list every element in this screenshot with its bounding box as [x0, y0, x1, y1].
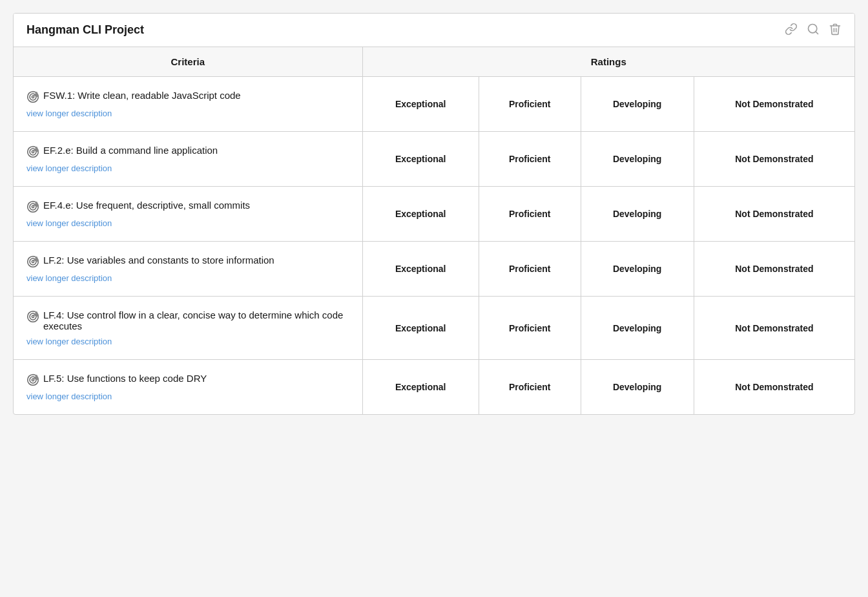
rating-label: Not Demonstrated [735, 264, 813, 274]
view-description-link[interactable]: view longer description [26, 273, 112, 283]
rating-cell[interactable]: Developing [581, 187, 694, 242]
rating-label: Exceptional [395, 154, 446, 164]
rating-cell[interactable]: Not Demonstrated [694, 132, 854, 187]
header-icons [785, 23, 842, 37]
rubric-header: Hangman CLI Project [14, 14, 854, 47]
rating-cell[interactable]: Not Demonstrated [694, 360, 854, 415]
rating-cell[interactable]: Exceptional [362, 242, 479, 297]
rating-cell[interactable]: Exceptional [362, 132, 479, 187]
svg-point-19 [32, 379, 34, 381]
rating-label: Proficient [509, 323, 551, 333]
rating-cell[interactable]: Developing [581, 360, 694, 415]
rating-label: Developing [613, 99, 661, 109]
rating-label: Not Demonstrated [735, 154, 813, 164]
rating-label: Proficient [509, 264, 551, 274]
rating-label: Proficient [509, 209, 551, 219]
svg-line-1 [816, 32, 818, 34]
table-row: EF.2.e: Build a command line application… [14, 132, 854, 187]
criteria-text: LF.4: Use control flow in a clear, conci… [43, 309, 349, 331]
rating-label: Exceptional [395, 382, 446, 392]
criteria-icon [26, 310, 39, 323]
criteria-text: EF.4.e: Use frequent, descriptive, small… [43, 200, 250, 211]
criteria-text: EF.2.e: Build a command line application [43, 145, 218, 156]
rating-cell[interactable]: Proficient [479, 297, 581, 360]
view-description-link[interactable]: view longer description [26, 218, 112, 228]
view-description-link[interactable]: view longer description [26, 337, 112, 346]
table-row: LF.4: Use control flow in a clear, conci… [14, 297, 854, 360]
table-row: FSW.1: Write clean, readable JavaScript … [14, 77, 854, 132]
criteria-cell: LF.2: Use variables and constants to sto… [14, 242, 362, 297]
svg-point-4 [32, 96, 34, 98]
rating-label: Exceptional [395, 99, 446, 109]
criteria-cell: LF.5: Use functions to keep code DRYview… [14, 360, 362, 415]
rating-label: Exceptional [395, 209, 446, 219]
table-row: EF.4.e: Use frequent, descriptive, small… [14, 187, 854, 242]
link-icon[interactable] [785, 23, 798, 37]
rating-cell[interactable]: Exceptional [362, 297, 479, 360]
rubric-table: Criteria Ratings FSW.1: Write clean, rea… [14, 47, 854, 414]
rating-cell[interactable]: Developing [581, 297, 694, 360]
rating-cell[interactable]: Not Demonstrated [694, 187, 854, 242]
criteria-text: LF.5: Use functions to keep code DRY [43, 373, 207, 384]
criteria-icon [26, 200, 39, 213]
rating-cell[interactable]: Developing [581, 132, 694, 187]
rating-cell[interactable]: Exceptional [362, 187, 479, 242]
criteria-cell: EF.2.e: Build a command line application… [14, 132, 362, 187]
svg-point-10 [32, 205, 34, 207]
table-row: LF.2: Use variables and constants to sto… [14, 242, 854, 297]
rating-label: Not Demonstrated [735, 209, 813, 219]
rating-cell[interactable]: Not Demonstrated [694, 77, 854, 132]
svg-point-13 [32, 260, 34, 262]
rating-cell[interactable]: Proficient [479, 242, 581, 297]
rating-label: Exceptional [395, 264, 446, 274]
rubric-title: Hangman CLI Project [26, 23, 144, 37]
svg-point-16 [32, 315, 34, 317]
criteria-icon [26, 255, 39, 268]
trash-icon[interactable] [829, 23, 842, 37]
search-icon[interactable] [807, 23, 820, 37]
rating-cell[interactable]: Proficient [479, 132, 581, 187]
criteria-cell: LF.4: Use control flow in a clear, conci… [14, 297, 362, 360]
rating-label: Not Demonstrated [735, 323, 813, 333]
rating-cell[interactable]: Developing [581, 77, 694, 132]
rating-cell[interactable]: Developing [581, 242, 694, 297]
rating-label: Not Demonstrated [735, 99, 813, 109]
rating-label: Developing [613, 323, 661, 333]
rating-cell[interactable]: Proficient [479, 77, 581, 132]
rating-cell[interactable]: Proficient [479, 360, 581, 415]
table-row: LF.5: Use functions to keep code DRYview… [14, 360, 854, 415]
rating-label: Not Demonstrated [735, 382, 813, 392]
rating-cell[interactable]: Not Demonstrated [694, 242, 854, 297]
ratings-header: Ratings [362, 47, 854, 77]
criteria-icon [26, 90, 39, 103]
criteria-icon [26, 145, 39, 158]
view-description-link[interactable]: view longer description [26, 109, 112, 118]
rubric-container: Hangman CLI Project [13, 13, 855, 415]
rating-cell[interactable]: Exceptional [362, 360, 479, 415]
svg-point-7 [32, 151, 34, 152]
rating-label: Exceptional [395, 323, 446, 333]
criteria-icon [26, 373, 39, 386]
criteria-text: FSW.1: Write clean, readable JavaScript … [43, 90, 241, 101]
rating-label: Developing [613, 382, 661, 392]
criteria-cell: EF.4.e: Use frequent, descriptive, small… [14, 187, 362, 242]
rating-label: Developing [613, 209, 661, 219]
rating-cell[interactable]: Exceptional [362, 77, 479, 132]
criteria-header: Criteria [14, 47, 362, 77]
rating-cell[interactable]: Proficient [479, 187, 581, 242]
view-description-link[interactable]: view longer description [26, 392, 112, 401]
rating-label: Proficient [509, 99, 551, 109]
criteria-text: LF.2: Use variables and constants to sto… [43, 255, 274, 266]
rating-label: Proficient [509, 382, 551, 392]
rating-cell[interactable]: Not Demonstrated [694, 297, 854, 360]
rating-label: Developing [613, 264, 661, 274]
criteria-cell: FSW.1: Write clean, readable JavaScript … [14, 77, 362, 132]
rating-label: Proficient [509, 154, 551, 164]
view-description-link[interactable]: view longer description [26, 163, 112, 173]
rating-label: Developing [613, 154, 661, 164]
